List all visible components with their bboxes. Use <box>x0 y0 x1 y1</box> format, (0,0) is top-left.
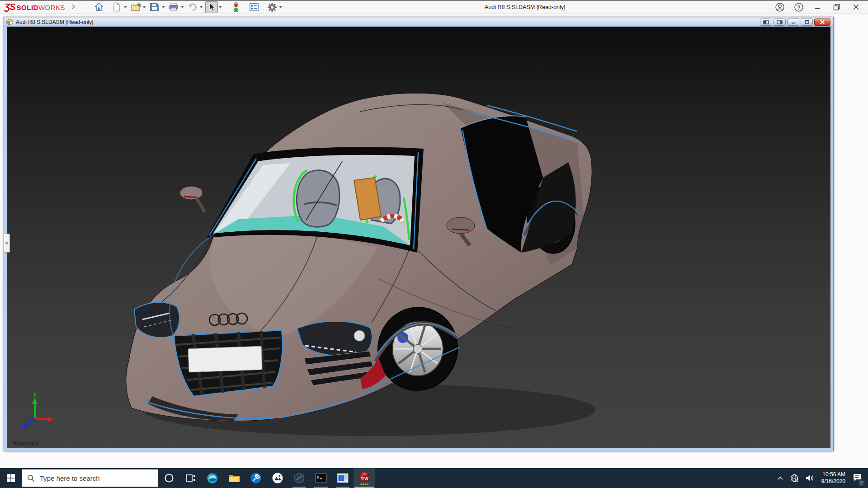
svg-text:?: ? <box>797 4 800 10</box>
app-window-controls: ? <box>772 1 863 13</box>
windows-start-icon <box>7 474 15 482</box>
microsoft-edge-icon <box>207 472 218 484</box>
print-icon <box>169 2 179 12</box>
svg-text:S: S <box>361 476 363 480</box>
graphics-viewport[interactable]: Y x *Dimetric <box>7 27 830 448</box>
photos-icon <box>272 472 283 484</box>
view-orientation-label: *Dimetric <box>12 440 39 447</box>
volume-tray-icon[interactable] <box>802 468 817 488</box>
document-restore-button[interactable] <box>801 19 813 26</box>
minimize-icon <box>815 4 821 10</box>
document-close-icon <box>820 20 825 24</box>
rebuild-button[interactable] <box>230 1 242 13</box>
tray-time: 10:56 AM <box>822 471 845 478</box>
solidworks-2020-icon: S W 2020 <box>358 471 371 485</box>
taskbar-command-prompt[interactable] <box>310 468 332 488</box>
document-close-button[interactable] <box>814 19 830 26</box>
document-restore-icon <box>805 20 809 24</box>
collapse-right-pane-button[interactable] <box>774 19 786 26</box>
home-button[interactable] <box>92 1 105 13</box>
options-button[interactable] <box>266 1 278 13</box>
restore-icon <box>833 4 840 11</box>
taskbar-file-explorer[interactable] <box>223 468 245 488</box>
search-input[interactable] <box>40 474 144 482</box>
start-button[interactable] <box>0 468 22 488</box>
select-dropdown[interactable] <box>218 6 222 8</box>
file-properties-button[interactable] <box>248 1 260 13</box>
solidworks-logo-works: WORKS <box>38 4 65 11</box>
cortana-button[interactable] <box>158 468 180 488</box>
help-button[interactable]: ? <box>791 1 807 13</box>
collapse-left-pane-icon <box>763 20 769 24</box>
document-minimize-icon <box>791 20 796 24</box>
new-document-dropdown[interactable] <box>123 6 127 8</box>
tray-clock[interactable]: 10:56 AM 9/16/2020 <box>817 468 849 488</box>
menu-flyout-icon[interactable] <box>71 3 75 11</box>
collapse-left-pane-button[interactable] <box>760 19 772 26</box>
orientation-triad[interactable]: Y x <box>14 391 56 436</box>
solidworks-logo-solid: SOLID <box>17 4 38 11</box>
select-cursor-icon <box>207 2 216 12</box>
taskbar-photos[interactable] <box>267 468 288 488</box>
quick-access-toolbar: ! <box>87 1 285 13</box>
hidden-icons-chevron[interactable] <box>774 468 787 488</box>
license-plate-blank <box>188 346 262 372</box>
taskbar-edge[interactable] <box>202 468 223 488</box>
select-button[interactable] <box>205 1 218 13</box>
rebuild-traffic-light-icon <box>233 2 239 12</box>
save-icon: ! <box>150 2 160 12</box>
close-button[interactable] <box>848 1 863 13</box>
home-icon <box>94 2 104 12</box>
svg-text:!: ! <box>157 8 158 11</box>
solidworks-logo: ƷS SOLID WORKS <box>5 2 65 12</box>
user-account-button[interactable] <box>772 1 788 13</box>
undo-button[interactable] <box>186 1 199 13</box>
taskbar-search[interactable] <box>22 469 158 487</box>
task-view-button[interactable] <box>180 468 202 488</box>
document-window-controls <box>760 19 830 26</box>
file-properties-icon <box>249 3 259 12</box>
triad-y-label: Y <box>33 392 37 398</box>
undo-dropdown[interactable] <box>199 6 203 8</box>
tray-date: 9/16/2020 <box>821 478 845 485</box>
open-button[interactable] <box>129 1 142 13</box>
support-tool-wrench-icon <box>250 472 262 484</box>
svg-text:W: W <box>364 476 368 481</box>
front-grille[interactable] <box>174 330 283 396</box>
feature-tree-collapsed-tab[interactable] <box>4 234 10 253</box>
app-document-title: Audi R8 S.SLDASM [Read-only] <box>485 1 566 14</box>
save-button[interactable]: ! <box>148 1 161 13</box>
hexagon-app-icon <box>293 472 305 484</box>
taskbar-media-app[interactable] <box>332 468 354 488</box>
print-button[interactable] <box>167 1 180 13</box>
taskbar-hexagon-app[interactable] <box>288 468 310 488</box>
print-dropdown[interactable] <box>180 6 184 8</box>
document-window: Audi R8 S.SLDASM [Read-only] <box>4 17 834 451</box>
taskbar-support-tool[interactable] <box>245 468 267 488</box>
help-icon: ? <box>794 2 804 12</box>
taskbar-solidworks-2020[interactable]: S W 2020 <box>354 468 375 488</box>
options-dropdown[interactable] <box>279 6 283 8</box>
restore-button[interactable] <box>829 1 844 13</box>
document-titlebar[interactable]: Audi R8 S.SLDASM [Read-only] <box>5 18 833 27</box>
network-globe-icon <box>790 474 799 483</box>
options-gear-icon <box>267 2 277 12</box>
minimize-button[interactable] <box>810 1 826 13</box>
side-mirror-left[interactable] <box>180 186 205 212</box>
save-dropdown[interactable] <box>161 6 165 8</box>
triad-x-label: x <box>52 413 54 418</box>
user-account-icon <box>775 2 785 12</box>
chevron-up-icon <box>777 476 783 480</box>
assembly-document-icon <box>6 19 14 26</box>
action-center-button[interactable]: 2 <box>849 468 868 488</box>
y-axis-arrow <box>32 398 38 404</box>
open-dropdown[interactable] <box>142 6 146 8</box>
3d-model-audi-r8[interactable] <box>125 84 595 441</box>
media-app-icon <box>337 473 349 483</box>
document-minimize-button[interactable] <box>787 19 799 26</box>
new-document-button[interactable] <box>110 1 123 13</box>
document-title: Audi R8 S.SLDASM [Read-only] <box>16 19 93 25</box>
task-view-icon <box>186 474 196 483</box>
solidworks-logo-mark: ƷS <box>5 2 15 12</box>
network-tray-icon[interactable] <box>787 468 802 488</box>
